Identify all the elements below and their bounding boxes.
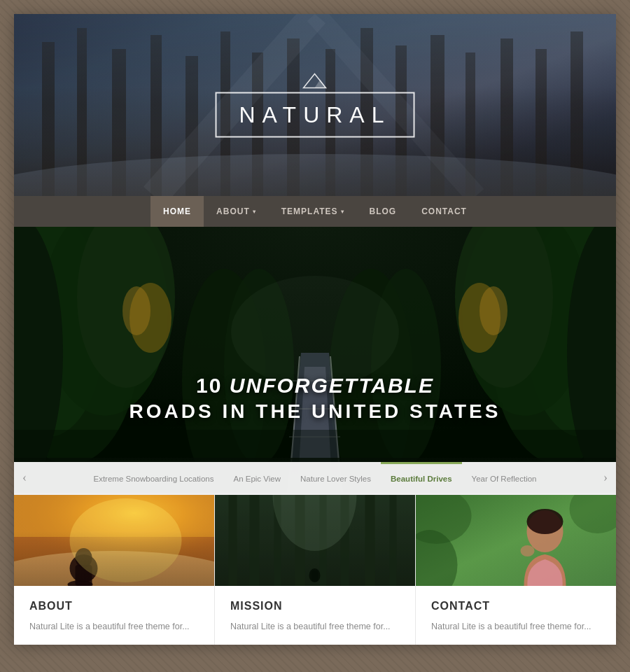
card-contact: CONTACT Natural Lite is a beautiful free… [416, 495, 616, 645]
logo-text: NATURAL [239, 102, 391, 127]
nav-item-home[interactable]: HOME [150, 196, 204, 227]
slider-tab-4[interactable]: Beautiful Drives [381, 462, 462, 493]
svg-point-50 [231, 276, 399, 388]
card-title-mission: MISSION [230, 600, 400, 612]
svg-point-60 [70, 498, 182, 582]
card-image-contact [416, 495, 616, 586]
svg-rect-73 [312, 570, 318, 582]
svg-point-36 [479, 286, 507, 335]
hero-text-container: 10 UNFORGETTABLE ROADS IN THE UNITED STA… [130, 374, 501, 423]
nav-label-templates: TEMPLATES [281, 206, 338, 216]
slider-tab-2[interactable]: An Epic View [223, 462, 290, 493]
nav-item-blog[interactable]: BLOG [357, 196, 410, 227]
slider-tab-3[interactable]: Nature Lover Styles [290, 462, 381, 493]
svg-rect-57 [76, 565, 92, 586]
nav-item-templates[interactable]: TEMPLATES ▾ [269, 196, 357, 227]
card-body-about: ABOUT Natural Lite is a beautiful free t… [14, 586, 214, 645]
nav-label-home: HOME [163, 206, 191, 216]
svg-point-58 [76, 548, 92, 568]
nav-label-about: ABOUT [216, 206, 250, 216]
slider-tab-1[interactable]: Extreme Snowboarding Locations [84, 462, 224, 493]
card-title-contact: CONTACT [431, 600, 601, 612]
main-navigation: HOME ABOUT ▾ TEMPLATES ▾ BLOG CONTACT [14, 196, 616, 227]
svg-point-29 [122, 286, 150, 335]
card-title-about: ABOUT [29, 600, 199, 612]
card-about: ABOUT Natural Lite is a beautiful free t… [14, 495, 215, 645]
svg-marker-21 [315, 80, 326, 88]
hero-line2: ROADS IN THE UNITED STATES [130, 400, 501, 423]
mission-image-svg [215, 495, 415, 586]
mountain-icon [301, 73, 329, 90]
logo-container[interactable]: NATURAL [216, 73, 415, 138]
site-header: NATURAL [14, 14, 616, 196]
nav-item-contact[interactable]: CONTACT [409, 196, 479, 227]
card-body-contact: CONTACT Natural Lite is a beautiful free… [416, 586, 616, 645]
card-image-about [14, 495, 214, 586]
slider-navigation: ‹ Extreme Snowboarding Locations An Epic… [14, 462, 616, 493]
cards-section: ABOUT Natural Lite is a beautiful free t… [14, 493, 616, 645]
nav-label-blog: BLOG [370, 206, 397, 216]
slider-next-button[interactable]: › [595, 470, 616, 485]
hero-line1: 10 UNFORGETTABLE [130, 374, 501, 398]
card-mission: MISSION Natural Lite is a beautiful free… [215, 495, 416, 645]
svg-point-55 [14, 551, 214, 586]
logo-box: NATURAL [216, 92, 415, 138]
hero-slider: 10 UNFORGETTABLE ROADS IN THE UNITED STA… [14, 227, 616, 493]
card-body-mission: MISSION Natural Lite is a beautiful free… [215, 586, 415, 645]
slider-prev-button[interactable]: ‹ [14, 470, 35, 485]
slider-tab-5[interactable]: Year Of Reflection [462, 462, 547, 493]
svg-point-80 [521, 545, 535, 556]
card-text-contact: Natural Lite is a beautiful free theme f… [431, 620, 601, 634]
nav-item-about[interactable]: ABOUT ▾ [204, 196, 269, 227]
slider-tabs: Extreme Snowboarding Locations An Epic V… [84, 462, 547, 493]
svg-point-59 [68, 580, 93, 586]
nav-label-contact: CONTACT [421, 206, 467, 216]
card-image-mission [215, 495, 415, 586]
svg-point-79 [527, 509, 564, 534]
about-image-svg [14, 495, 214, 586]
contact-image-svg [416, 495, 616, 586]
dropdown-arrow-about: ▾ [253, 209, 256, 215]
card-text-mission: Natural Lite is a beautiful free theme f… [230, 620, 400, 634]
svg-point-56 [70, 554, 98, 582]
hero-forest-svg [14, 227, 616, 493]
dropdown-arrow-templates: ▾ [341, 209, 344, 215]
main-wrapper: NATURAL HOME ABOUT ▾ TEMPLATES ▾ BLOG CO… [14, 14, 616, 645]
card-text-about: Natural Lite is a beautiful free theme f… [29, 620, 199, 634]
